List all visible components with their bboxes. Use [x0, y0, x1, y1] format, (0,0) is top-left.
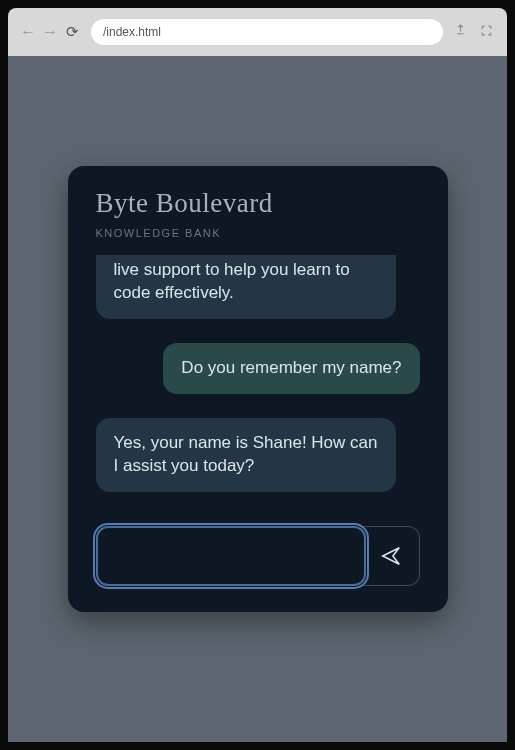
- app-title: Byte Boulevard: [96, 188, 420, 219]
- reload-icon[interactable]: ⟳: [66, 23, 79, 41]
- input-row: [96, 526, 420, 586]
- message-user: Do you remember my name?: [163, 343, 419, 394]
- browser-chrome: ← → ⟳ /index.html: [8, 8, 507, 56]
- url-bar[interactable]: /index.html: [91, 19, 443, 45]
- message-list: live support to help you learn to code e…: [96, 255, 420, 492]
- forward-icon[interactable]: →: [42, 23, 56, 41]
- message-input[interactable]: [96, 526, 366, 586]
- back-icon[interactable]: ←: [20, 23, 34, 41]
- message-bot: live support to help you learn to code e…: [96, 255, 396, 319]
- message-text: live support to help you learn to code e…: [114, 260, 350, 302]
- page-background: Byte Boulevard KNOWLEDGE BANK live suppo…: [8, 56, 507, 742]
- message-bot: Yes, your name is Shane! How can I assis…: [96, 418, 396, 492]
- url-text: /index.html: [103, 25, 161, 39]
- send-icon: [380, 545, 402, 567]
- pin-icon[interactable]: [451, 24, 469, 40]
- app-subtitle: KNOWLEDGE BANK: [96, 227, 420, 239]
- message-text: Yes, your name is Shane! How can I assis…: [114, 433, 378, 475]
- fullscreen-icon[interactable]: [477, 24, 495, 40]
- message-text: Do you remember my name?: [181, 358, 401, 377]
- send-button[interactable]: [364, 526, 420, 586]
- chat-card: Byte Boulevard KNOWLEDGE BANK live suppo…: [68, 166, 448, 612]
